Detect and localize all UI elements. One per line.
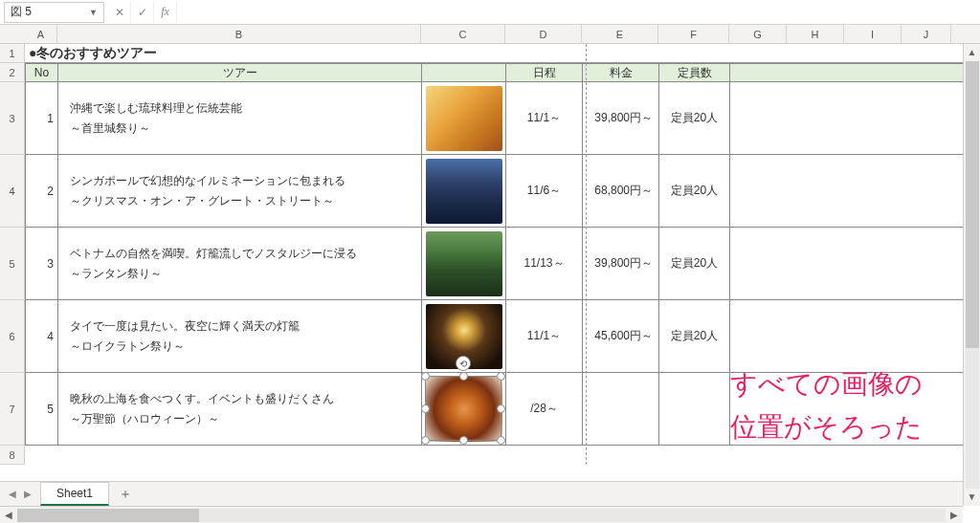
cell-tour: 沖縄で楽しむ琉球料理と伝統芸能～首里城祭り～ — [58, 82, 422, 154]
column-header[interactable]: F — [658, 25, 729, 43]
spreadsheet-grid: 1 2 3 4 5 6 7 8 ●冬のおすすめツアー No ツアー 日程 料金 … — [0, 44, 980, 465]
tour-image[interactable] — [426, 231, 502, 296]
tour-image[interactable] — [426, 159, 502, 224]
cell-price: 45,600円～ — [583, 300, 659, 372]
header-tour: ツアー — [58, 64, 422, 81]
page-title: ●冬のおすすめツアー — [25, 44, 980, 63]
column-header[interactable]: C — [421, 25, 505, 43]
header-capacity: 定員数 — [659, 64, 730, 81]
add-sheet-button[interactable]: ＋ — [115, 484, 136, 505]
column-headers: A B C D E F G H I J — [0, 25, 980, 44]
cell-schedule: 11/13～ — [506, 228, 583, 299]
cell-schedule: /28～ — [506, 373, 583, 445]
formula-input[interactable] — [177, 2, 980, 23]
cell-price — [583, 373, 659, 445]
cell-image: ⟲ — [422, 373, 506, 445]
scroll-left-icon[interactable]: ◀ — [0, 510, 17, 520]
column-header[interactable]: A — [25, 25, 57, 43]
cell-tour: シンガポールで幻想的なイルミネーションに包まれる～クリスマス・オン・ア・グレート… — [58, 155, 422, 227]
vertical-scrollbar[interactable]: ▲ ▼ — [963, 44, 980, 506]
cell-no: 4 — [26, 300, 58, 372]
cell-price: 39,800円～ — [583, 82, 659, 154]
horizontal-scrollbar[interactable]: ◀ ▶ — [0, 506, 963, 523]
scroll-right-icon[interactable]: ▶ — [946, 510, 963, 520]
cell-image — [422, 228, 506, 299]
column-header[interactable]: I — [844, 25, 902, 43]
cancel-formula-button[interactable]: ✕ — [108, 2, 131, 23]
vscroll-thumb[interactable] — [966, 61, 979, 348]
tour-image[interactable] — [426, 377, 502, 442]
row-headers: 1 2 3 4 5 6 7 8 — [0, 44, 25, 465]
cells-area[interactable]: ●冬のおすすめツアー No ツアー 日程 料金 定員数 1沖縄で楽しむ琉球料理と… — [25, 44, 980, 465]
cell-image — [422, 82, 506, 154]
chevron-down-icon: ▼ — [89, 8, 98, 17]
hscroll-track[interactable] — [17, 509, 946, 522]
cell-capacity — [659, 373, 730, 445]
cell-schedule: 11/6～ — [506, 155, 583, 227]
tour-image[interactable] — [426, 86, 502, 151]
table-row: 2シンガポールで幻想的なイルミネーションに包まれる～クリスマス・オン・ア・グレー… — [25, 155, 980, 228]
column-header[interactable]: G — [729, 25, 787, 43]
row-header[interactable]: 8 — [0, 446, 24, 465]
cell-price: 39,800円～ — [583, 228, 659, 299]
cell-no: 5 — [26, 373, 58, 445]
header-schedule: 日程 — [506, 64, 583, 81]
confirm-formula-button[interactable]: ✓ — [131, 2, 154, 23]
column-header[interactable]: D — [505, 25, 582, 43]
insert-function-button[interactable]: fx — [154, 2, 177, 23]
cell-schedule: 11/1～ — [506, 82, 583, 154]
cell-tour: 晩秋の上海を食べつくす。イベントも盛りだくさん～万聖節（ハロウィーン）～ — [58, 373, 422, 445]
tour-image[interactable] — [426, 304, 502, 369]
scroll-up-icon[interactable]: ▲ — [968, 44, 977, 61]
cell-image — [422, 300, 506, 372]
tab-nav-buttons[interactable]: ◀ ▶ — [0, 489, 40, 499]
name-box[interactable]: 図 5 ▼ — [4, 2, 104, 23]
row-header[interactable]: 2 — [0, 63, 24, 82]
sheet-tab-bar: ◀ ▶ Sheet1 ＋ — [0, 481, 980, 506]
hscroll-thumb[interactable] — [17, 509, 199, 522]
cell-tour: タイで一度は見たい。夜空に輝く満天の灯籠～ロイクラトン祭り～ — [58, 300, 422, 372]
row-header[interactable]: 3 — [0, 82, 24, 155]
cell-capacity: 定員20人 — [659, 82, 730, 154]
column-header[interactable]: B — [57, 25, 421, 43]
row-header[interactable]: 6 — [0, 300, 24, 373]
header-price: 料金 — [583, 64, 659, 81]
cell-schedule: 11/1～ — [506, 300, 583, 372]
tab-nav-next-icon[interactable]: ▶ — [21, 489, 34, 499]
cell-no: 2 — [26, 155, 58, 227]
table-row: 5晩秋の上海を食べつくす。イベントも盛りだくさん～万聖節（ハロウィーン）～⟲/2… — [25, 373, 980, 446]
tab-sheet1[interactable]: Sheet1 — [40, 482, 109, 506]
header-image — [422, 64, 506, 81]
tab-nav-prev-icon[interactable]: ◀ — [6, 489, 19, 499]
scroll-down-icon[interactable]: ▼ — [968, 489, 977, 506]
row-header[interactable]: 5 — [0, 228, 24, 300]
row-header[interactable]: 7 — [0, 373, 24, 446]
column-header[interactable]: E — [582, 25, 658, 43]
cell-no: 1 — [26, 82, 58, 154]
cell-tour: ベトナムの自然を満喫。灯籠流しでノスタルジーに浸る～ランタン祭り～ — [58, 228, 422, 299]
formula-bar: 図 5 ▼ ✕ ✓ fx — [0, 0, 980, 25]
vscroll-track[interactable] — [966, 61, 979, 489]
row-header[interactable]: 4 — [0, 155, 24, 228]
table-header-row: No ツアー 日程 料金 定員数 — [25, 63, 980, 82]
row-header[interactable]: 1 — [0, 44, 24, 63]
column-header[interactable]: H — [787, 25, 844, 43]
table-row: 1沖縄で楽しむ琉球料理と伝統芸能～首里城祭り～11/1～39,800円～定員20… — [25, 82, 980, 155]
name-box-value: 図 5 — [11, 4, 32, 20]
cell-no: 3 — [26, 228, 58, 299]
table-row: 4タイで一度は見たい。夜空に輝く満天の灯籠～ロイクラトン祭り～11/1～45,6… — [25, 300, 980, 373]
cell-capacity: 定員20人 — [659, 228, 730, 299]
column-header[interactable]: J — [902, 25, 951, 43]
table-row: 3ベトナムの自然を満喫。灯籠流しでノスタルジーに浸る～ランタン祭り～11/13～… — [25, 228, 980, 300]
header-no: No — [26, 64, 58, 81]
cell-image — [422, 155, 506, 227]
cell-capacity: 定員20人 — [659, 300, 730, 372]
cell-capacity: 定員20人 — [659, 155, 730, 227]
cell-price: 68,800円～ — [583, 155, 659, 227]
